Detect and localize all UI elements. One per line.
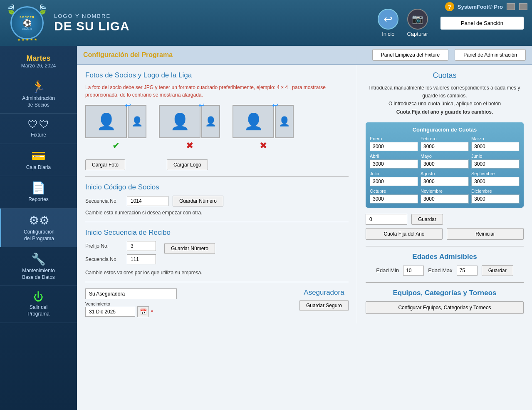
cuotas-row2: Cuota Fija del Año Reiniciar — [366, 228, 524, 240]
cuota-cell-abril: Abril — [370, 154, 418, 169]
cuotas-desc2: O introduzca una cuota única, aplique co… — [388, 101, 501, 107]
cuota-input-noviembre[interactable] — [421, 194, 469, 204]
equipos-title: Equipos, Categorías y Torneos — [366, 289, 524, 297]
guardar-seguro-button[interactable]: Guardar Seguro — [299, 300, 349, 311]
cuota-cell-agosto: Agosto — [421, 171, 469, 186]
guardar-edades-button[interactable]: Guardar — [482, 265, 513, 276]
top-bar: ? SystemFoot® Pro — [445, 2, 528, 11]
vencimiento-label: Vencimiento — [85, 301, 291, 306]
secuencia-recibo-row: Secuencia No. — [85, 254, 156, 264]
sidebar-item-mantenimiento[interactable]: 🔧 MantenimientoBase de Datos — [0, 247, 77, 286]
photo-frame-2: 👤 ↩ — [159, 105, 200, 138]
photo-cross-icon-1: ✖ — [186, 140, 193, 151]
cuota-input-abril[interactable] — [370, 159, 418, 169]
cuota-input-octubre[interactable] — [370, 194, 418, 204]
cuota-month-label: Junio — [471, 154, 520, 159]
vencimiento-row: 📅 * — [85, 306, 291, 317]
cuota-month-label: Noviembre — [421, 189, 469, 194]
sidebar-item-fixture[interactable]: 🛡🛡 Fixture — [0, 114, 77, 144]
vencimiento-input[interactable] — [85, 307, 135, 317]
cuota-input-marzo[interactable] — [471, 142, 520, 151]
reportes-label: Reportes — [28, 196, 49, 203]
cuota-month-label: Mayo — [421, 154, 469, 159]
help-button[interactable]: ? — [445, 2, 454, 11]
edad-max-input[interactable] — [457, 266, 478, 276]
photo-thumb-2: 👤 — [201, 105, 220, 138]
cuota-cell-junio: Junio — [471, 154, 520, 169]
cuota-input-mayo[interactable] — [421, 159, 469, 169]
guardar-numero-recibo-button[interactable]: Guardar Número — [164, 243, 215, 254]
cuotas-desc1: Introduzca manualmente los valores corre… — [369, 85, 520, 99]
cuota-month-label: Septiembre — [471, 171, 520, 176]
socios-label: Administraciónde Socios — [22, 95, 55, 108]
config-label: Configuracióndel Programa — [24, 229, 54, 242]
photo-thumb-3: 👤 — [275, 105, 294, 138]
aseguradora-input[interactable] — [85, 288, 177, 299]
salir-label: Salir delPrograma — [27, 304, 49, 317]
aseg-left: Vencimiento 📅 * — [85, 288, 291, 317]
sidebar-item-config[interactable]: ⚙⚙ Configuracióndel Programa — [0, 209, 77, 247]
cuota-input-diciembre[interactable] — [471, 194, 520, 204]
cuotas-grid: Enero Febrero Marzo Abril Mayo Junio Jul… — [370, 136, 520, 204]
left-panel: Fotos de Socios y Logo de la Liga La fot… — [77, 65, 357, 323]
tab-administracion[interactable]: Panel de Administración — [455, 49, 526, 61]
capturar-nav-button[interactable]: 📷 Capturar — [407, 9, 428, 37]
app-name: SystemFoot® Pro — [458, 4, 503, 10]
sidebar-item-salir[interactable]: ⏻ Salir delPrograma — [0, 286, 77, 323]
aseg-right: Aseguradora Guardar Seguro — [299, 288, 349, 311]
photo-frame-1: 👤 ↩ — [85, 105, 127, 138]
maximize-button[interactable] — [519, 3, 527, 10]
inicio-nav-button[interactable]: ↩ Inicio — [378, 9, 398, 37]
secuencia-recibo-input[interactable] — [127, 254, 156, 264]
prefijo-input[interactable] — [127, 241, 156, 251]
guardar-cuotas-button[interactable]: Guardar — [411, 214, 443, 225]
cuota-single-input[interactable] — [366, 214, 407, 225]
cuota-input-agosto[interactable] — [421, 177, 469, 186]
cuota-month-label: Abril — [370, 154, 418, 159]
right-panel: Cuotas Introduzca manualmente los valore… — [357, 65, 532, 323]
cuota-cell-marzo: Marzo — [471, 136, 520, 151]
logo-circle: SOCCER ⚽ LEAGUE — [10, 6, 44, 40]
mantenimiento-label: MantenimientoBase de Datos — [22, 268, 55, 281]
cuota-input-junio[interactable] — [471, 159, 520, 169]
secuencia-codigo-input[interactable] — [127, 196, 168, 206]
cuota-cell-febrero: Febrero — [421, 136, 469, 151]
header-nav: ↩ Inicio 📷 Capturar — [378, 9, 428, 37]
salir-icon: ⏻ — [34, 291, 44, 303]
caja-icon: 💳 — [31, 149, 46, 163]
cargar-foto-button[interactable]: Cargar Foto — [85, 159, 125, 170]
config-title: Configuración del Programa — [83, 51, 366, 59]
inicio-codigo-note: Cambie esta numeración si desea empezar … — [85, 210, 349, 216]
cuota-input-enero[interactable] — [370, 142, 418, 151]
sidebar-item-reportes[interactable]: 📄 Reportes — [0, 176, 77, 209]
cargar-logo-button[interactable]: Cargar Logo — [167, 159, 208, 170]
cuotas-title: Cuotas — [366, 71, 524, 80]
cuota-fija-button[interactable]: Cuota Fija del Año — [366, 228, 443, 240]
top-tabs: Configuración del Programa Panel Limpiez… — [77, 46, 532, 65]
photo-arrow-2: ↩ — [198, 101, 205, 110]
edades-row: Edad Min Edad Max Guardar — [366, 265, 524, 276]
guardar-numero-codigo-button[interactable]: Guardar Número — [173, 196, 223, 206]
fotos-desc1: La foto del socio debe ser JPG y tener u… — [85, 84, 255, 90]
inicio-icon: ↩ — [378, 9, 398, 30]
calendar-button[interactable]: 📅 — [137, 306, 149, 317]
cuota-cell-septiembre: Septiembre — [471, 171, 520, 186]
minimize-button[interactable] — [507, 3, 515, 10]
cuota-input-septiembre[interactable] — [471, 177, 520, 186]
recibo-form: Prefijo No. Secuencia No. Guardar Número — [85, 241, 349, 268]
cuota-input-julio[interactable] — [370, 177, 418, 186]
sidebar-full-date: Marzo 26, 2024 — [21, 63, 56, 69]
photo-cross-icon-2: ✖ — [260, 140, 267, 151]
sidebar-item-socios[interactable]: 🏃 Administraciónde Socios — [0, 75, 77, 114]
cuota-input-febrero[interactable] — [421, 142, 469, 151]
configurar-equipos-button[interactable]: Configurar Equipos, Categorías y Torneos — [366, 301, 524, 314]
recibo-fields: Prefijo No. Secuencia No. — [85, 241, 156, 268]
edad-min-input[interactable] — [403, 266, 424, 276]
sidebar-item-caja[interactable]: 💳 Caja Diaria — [0, 144, 77, 176]
reiniciar-button[interactable]: Reiniciar — [447, 228, 524, 240]
tab-limpieza-fixture[interactable]: Panel Limpieza del Fixture — [372, 49, 448, 61]
inicio-label: Inicio — [382, 31, 394, 37]
secuencia-codigo-row: Secuencia No. Guardar Número — [85, 196, 349, 206]
prefijo-label: Prefijo No. — [85, 243, 123, 249]
sancion-button[interactable]: Panel de Sanción — [440, 17, 524, 30]
